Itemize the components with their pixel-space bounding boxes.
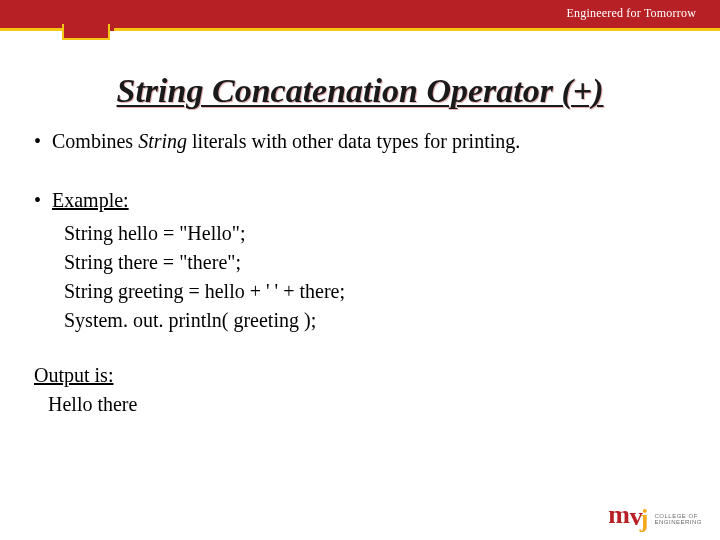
logo-text: COLLEGE OF ENGINEERING <box>654 513 702 526</box>
header-tagline: Engineered for Tomorrow <box>567 6 697 21</box>
code-line: String there = "there"; <box>64 249 686 276</box>
footer-logo: mvj COLLEGE OF ENGINEERING <box>608 505 702 526</box>
text-span: Combines <box>52 130 138 152</box>
code-block: String hello = "Hello"; String there = "… <box>64 220 686 334</box>
header-notch <box>62 24 110 40</box>
logo-text-line: COLLEGE OF <box>654 513 702 520</box>
output-value: Hello there <box>48 391 686 418</box>
bullet-dot: • <box>34 128 52 155</box>
example-label: Example: <box>52 187 686 214</box>
slide-content: • Combines String literals with other da… <box>0 110 720 418</box>
bullet-item: • Combines String literals with other da… <box>34 128 686 155</box>
text-span: literals with other data types for print… <box>187 130 520 152</box>
bullet-text: Combines String literals with other data… <box>52 128 686 155</box>
logo-letter-m: m <box>608 505 630 526</box>
text-em: String <box>138 130 187 152</box>
code-line: System. out. println( greeting ); <box>64 307 686 334</box>
bullet-dot: • <box>34 187 52 214</box>
output-label: Output is: <box>34 362 686 389</box>
slide-title: String Concatenation Operator (+) <box>0 72 720 110</box>
logo-mark: mvj <box>608 505 648 526</box>
logo-text-line: ENGINEERING <box>654 519 702 526</box>
code-line: String hello = "Hello"; <box>64 220 686 247</box>
bullet-item: • Example: <box>34 187 686 214</box>
code-line: String greeting = hello + ' ' + there; <box>64 278 686 305</box>
logo-letter-j: j <box>640 509 649 530</box>
